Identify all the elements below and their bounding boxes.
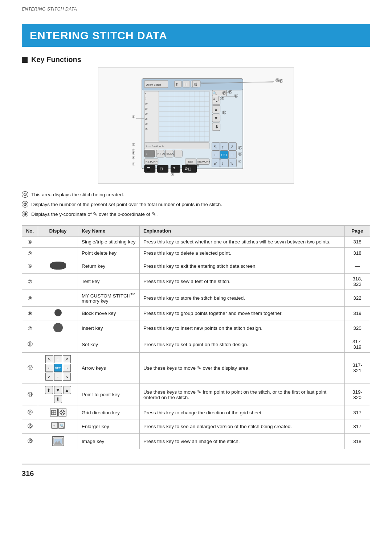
- svg-text:+: +: [53, 424, 55, 428]
- svg-text:SET: SET: [221, 153, 228, 157]
- image-key-icon: [52, 436, 64, 446]
- table-row: ⑨ Block move key Press this key to group…: [22, 307, 370, 320]
- row-no: ⑨: [22, 307, 38, 320]
- table-row: ④ Single/triple stitching key Press this…: [22, 236, 370, 247]
- svg-text:⑪: ⑪: [238, 152, 242, 156]
- row-page: 318: [345, 236, 370, 247]
- svg-text:⑮: ⑮: [222, 91, 226, 95]
- row-explanation: Press this key to delete a selected poin…: [140, 247, 345, 259]
- page-title: ENTERING STITCH DATA: [30, 29, 362, 42]
- row-no: ⑦: [22, 273, 38, 290]
- svg-text:↓: ↓: [222, 160, 224, 166]
- row-display: ↖ ↑ ↗ ← SET → ↙ ↓ ↘: [38, 353, 78, 383]
- arrow-cell-ne: ↗: [63, 355, 71, 363]
- svg-text:⑩: ⑩: [238, 159, 242, 164]
- sq1: [50, 409, 58, 416]
- svg-text:⬆: ⬆: [175, 82, 178, 86]
- row-display: [38, 290, 78, 307]
- note-circle-3: ③: [22, 211, 28, 217]
- row-explanation: Press this key to set a point on the sti…: [140, 336, 345, 353]
- row-keyname: Grid direction key: [78, 406, 140, 419]
- row-no: ⑤: [22, 247, 38, 259]
- th-no: No.: [22, 225, 38, 236]
- row-page: 319: [345, 307, 370, 320]
- insert-key-icon: [53, 323, 63, 332]
- row-display: [38, 259, 78, 273]
- row-no: ⑭: [22, 406, 38, 419]
- table-row: ⑥ Return key Press this key to exit the …: [22, 259, 370, 273]
- note-circle-1: ①: [22, 191, 28, 198]
- svg-text:⑯: ⑯: [275, 78, 279, 82]
- svg-text:←: ←: [213, 152, 218, 157]
- svg-text:→: →: [230, 152, 234, 157]
- svg-text:⑬: ⑬: [222, 110, 226, 115]
- svg-text:☰: ☰: [147, 167, 151, 171]
- page-top-label: ENTERING STITCH DATA: [0, 0, 392, 14]
- row-page: 320: [345, 320, 370, 336]
- pk-prev: ▼: [54, 386, 62, 394]
- row-keyname: Single/triple stitching key: [78, 236, 140, 247]
- row-keyname: MY CUSTOM STITCHTM memory key: [78, 290, 140, 307]
- svg-text:10: 10: [145, 102, 148, 105]
- svg-text:⊡: ⊡: [213, 97, 215, 100]
- row-keyname: Point-to-point key: [78, 383, 140, 406]
- row-explanation: Press this key to exit the entering stit…: [140, 259, 345, 273]
- row-display: [38, 336, 78, 353]
- table-container: No. Display Key Name Explanation Page ④ …: [22, 225, 370, 450]
- svg-text:⑯: ⑯: [279, 79, 283, 83]
- row-page: 318: [345, 247, 370, 259]
- note-text-2: Displays the number of the present set p…: [31, 201, 222, 209]
- svg-text:30: 30: [145, 123, 148, 125]
- pk-first: ⬆: [45, 386, 53, 394]
- th-keyname: Key Name: [78, 225, 140, 236]
- svg-text:25: 25: [145, 118, 148, 120]
- row-explanation: Press this key to see an enlarged versio…: [140, 419, 345, 434]
- arrow-cell-w: ←: [45, 364, 53, 372]
- svg-text:⬇: ⬇: [215, 124, 219, 130]
- svg-text:↙: ↙: [213, 160, 217, 166]
- table-row: ⑧ MY CUSTOM STITCHTM memory key Press th…: [22, 290, 370, 307]
- return-key-icon: [50, 262, 66, 270]
- sq2: [58, 409, 66, 416]
- row-keyname: Point delete key: [78, 247, 140, 259]
- row-no: ⑫: [22, 353, 38, 383]
- arrow-cell-e: →: [63, 364, 71, 372]
- svg-text:⏸: ⏸: [184, 82, 187, 86]
- table-row: ⑤ Point delete key Press this key to del…: [22, 247, 370, 259]
- svg-text:↘: ↘: [230, 160, 234, 166]
- row-keyname: Set key: [78, 336, 140, 353]
- note-2: ② Displays the number of the present set…: [22, 201, 370, 209]
- table-row: ⑮ + 🔍 Enlarger key Press this key to see…: [22, 419, 370, 434]
- row-keyname: Enlarger key: [78, 419, 140, 434]
- row-display: [38, 307, 78, 320]
- row-no: ⑬: [22, 383, 38, 406]
- section-heading: Key Functions: [22, 56, 370, 64]
- row-explanation: Press this key to select whether one or …: [140, 236, 345, 247]
- svg-text:↑: ↑: [222, 144, 224, 149]
- arrow-cell-sw: ↙: [45, 373, 53, 381]
- title-banner: ENTERING STITCH DATA: [22, 24, 370, 47]
- table-row: ⑦ Test key Press this key to sew a test …: [22, 273, 370, 290]
- row-no: ⑮: [22, 419, 38, 434]
- row-explanation: Use these keys to move ✎ from point to p…: [140, 383, 345, 406]
- row-page: 318: [345, 434, 370, 449]
- row-no: ⑥: [22, 259, 38, 273]
- row-explanation: Press this key to store the stitch being…: [140, 290, 345, 307]
- th-explanation: Explanation: [140, 225, 345, 236]
- arrow-cell-se: ↘: [63, 373, 71, 381]
- table-row: ⑪ Set key Press this key to set a point …: [22, 336, 370, 353]
- row-no: ⑪: [22, 336, 38, 353]
- svg-text:↖: ↖: [213, 144, 217, 149]
- svg-text:🔍: 🔍: [213, 91, 217, 95]
- svg-text:35: 35: [145, 128, 148, 130]
- row-page: 318, 322: [345, 273, 370, 290]
- arrow-cell-center: SET: [54, 364, 62, 372]
- svg-text:20: 20: [145, 112, 148, 115]
- note-circle-2: ②: [22, 201, 28, 208]
- svg-text:⑥: ⑥: [132, 162, 135, 166]
- row-no: ⑧: [22, 290, 38, 307]
- row-keyname: Arrow keys: [78, 353, 140, 383]
- notes-list: ① This area displays the stitch being cr…: [22, 191, 370, 219]
- svg-text:⑭: ⑭: [220, 96, 224, 100]
- svg-text:Utility Stitch: Utility Stitch: [146, 83, 161, 86]
